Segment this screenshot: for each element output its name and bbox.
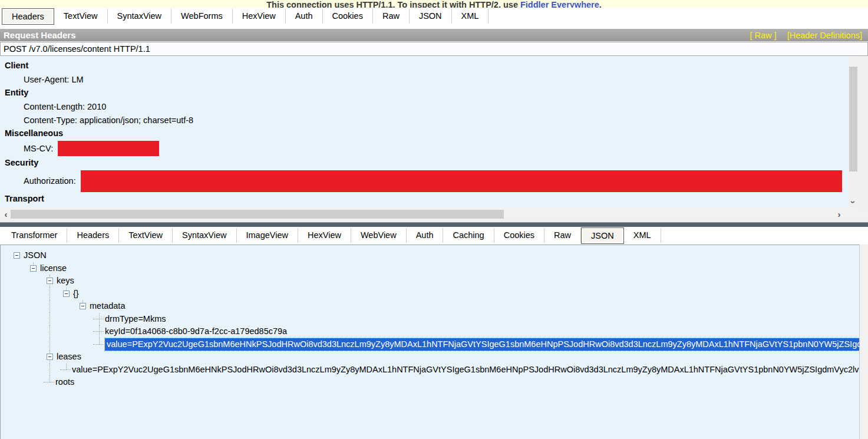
request-tab-raw[interactable]: Raw bbox=[373, 9, 410, 24]
chevron-down-icon[interactable]: › bbox=[849, 197, 858, 207]
request-inspector-tabstrip: HeadersTextViewSyntaxViewWebFormsHexView… bbox=[0, 8, 868, 29]
tree-node-label[interactable]: JSON bbox=[24, 249, 47, 262]
header-entry: Content-Type: application/json; charset=… bbox=[0, 113, 848, 127]
tree-node-label[interactable]: keys bbox=[57, 275, 74, 288]
request-tab-headers[interactable]: Headers bbox=[2, 8, 54, 25]
http-version-notice-text: This connection uses HTTP/1.1. To inspec… bbox=[266, 0, 602, 8]
collapse-minus-icon[interactable] bbox=[14, 252, 20, 259]
tree-row-keys[interactable]: keys bbox=[1, 275, 859, 288]
headers-vertical-scrollbar[interactable]: › bbox=[848, 56, 859, 208]
tree-node-label[interactable]: drmType=Mkms bbox=[105, 313, 166, 326]
request-tab-webforms[interactable]: WebForms bbox=[171, 9, 233, 24]
request-tab-textview[interactable]: TextView bbox=[54, 9, 108, 24]
headers-horizontal-scrollbar[interactable]: ‹ › bbox=[0, 208, 868, 220]
collapse-minus-icon[interactable] bbox=[80, 303, 86, 309]
request-tab-json[interactable]: JSON bbox=[410, 9, 452, 24]
notice-prefix: This connection uses HTTP/1.1. To inspec… bbox=[266, 0, 520, 8]
header-group-client: Client bbox=[0, 59, 848, 72]
tree-row-metadata[interactable]: metadata bbox=[1, 300, 859, 313]
response-tab-imageview[interactable]: ImageView bbox=[237, 228, 298, 243]
vertical-scrollbar-thumb[interactable] bbox=[849, 67, 857, 171]
horizontal-scrollbar-thumb[interactable] bbox=[11, 210, 504, 219]
header-group-security: Security bbox=[0, 156, 848, 170]
response-tab-webview[interactable]: WebView bbox=[351, 228, 407, 243]
tree-row-roots[interactable]: roots bbox=[1, 376, 859, 389]
request-headers-title: Request Headers bbox=[0, 30, 76, 40]
header-group-entity: Entity bbox=[0, 86, 848, 100]
tree-node-label[interactable]: {} bbox=[73, 288, 79, 301]
chevron-right-icon[interactable]: › bbox=[834, 210, 844, 219]
response-tab-caching[interactable]: Caching bbox=[443, 228, 494, 243]
fiddler-inspector-window: This connection uses HTTP/1.1. To inspec… bbox=[0, 0, 868, 439]
tree-node-label[interactable]: value=PExpY2Vuc2UgeG1sbnM6eHNkPSJodHRwOi… bbox=[72, 364, 859, 377]
header-group-miscellaneous: Miscellaneous bbox=[0, 127, 848, 140]
tree-row-license[interactable]: license bbox=[1, 262, 859, 275]
response-inspector-tabstrip: TransformerHeadersTextViewSyntaxViewImag… bbox=[0, 227, 868, 245]
tree-leaf-connector bbox=[93, 331, 104, 332]
tree-node-label[interactable]: leases bbox=[57, 351, 81, 364]
header-entry-text: Content-Type: application/json; charset=… bbox=[24, 115, 193, 125]
tree-guide-line bbox=[49, 364, 50, 377]
tree-row-value[interactable]: value=PExpY2Vuc2UgeG1sbnM6eHNkPSJodHRwOi… bbox=[1, 364, 859, 377]
header-entry-text: Content-Length: 2010 bbox=[24, 102, 106, 111]
redacted-value-block bbox=[81, 170, 842, 192]
response-tab-json[interactable]: JSON bbox=[581, 227, 624, 244]
request-tab-auth[interactable]: Auth bbox=[286, 9, 323, 24]
tree-node-label[interactable]: keyId=0f1a4068-c8b0-9d7a-f2cc-a179ed85c7… bbox=[105, 325, 287, 338]
chevron-left-icon[interactable]: ‹ bbox=[1, 210, 11, 219]
tree-node-label[interactable]: roots bbox=[55, 376, 74, 389]
request-tab-cookies[interactable]: Cookies bbox=[323, 9, 373, 24]
tree-guide-line bbox=[49, 325, 50, 338]
tree-node-label[interactable]: license bbox=[40, 262, 67, 275]
response-tab-transformer[interactable]: Transformer bbox=[2, 228, 67, 243]
header-entry: User-Agent: LM bbox=[0, 72, 848, 86]
tree-leaf-connector bbox=[44, 382, 54, 382]
request-tab-hexview[interactable]: HexView bbox=[233, 9, 286, 24]
response-tab-hexview[interactable]: HexView bbox=[298, 228, 351, 243]
tree-guide-line bbox=[49, 313, 50, 326]
tree-node-label[interactable]: metadata bbox=[90, 300, 125, 313]
tree-row-keyid[interactable]: keyId=0f1a4068-c8b0-9d7a-f2cc-a179ed85c7… bbox=[1, 325, 859, 338]
response-tab-syntaxview[interactable]: SyntaxView bbox=[173, 228, 237, 243]
response-tab-raw[interactable]: Raw bbox=[544, 228, 581, 243]
tree-leaf-connector bbox=[93, 319, 104, 319]
tree-leaf-connector bbox=[93, 344, 104, 345]
request-headers-actions: [ Raw ] [Header Definitions] bbox=[750, 31, 868, 40]
tree-right-margin-strip bbox=[859, 245, 868, 439]
tree-row-leases[interactable]: leases bbox=[1, 351, 859, 364]
request-headers-panel: ClientUser-Agent: LMEntityContent-Length… bbox=[0, 56, 848, 208]
tree-row-json[interactable]: JSON bbox=[1, 249, 859, 262]
notice-suffix: . bbox=[599, 0, 602, 8]
response-tab-cookies[interactable]: Cookies bbox=[494, 228, 544, 243]
tree-node-label-selected[interactable]: value=PExpY2Vuc2UgeG1sbnM6eHNkPSJodHRwOi… bbox=[105, 338, 859, 351]
redacted-value-block bbox=[58, 141, 159, 156]
request-tab-xml[interactable]: XML bbox=[452, 9, 489, 24]
tree-row-drmtype[interactable]: drmType=Mkms bbox=[1, 313, 859, 326]
json-tree-panel: JSONlicensekeys{}metadatadrmType=Mkmskey… bbox=[0, 245, 859, 439]
tree-guide-line bbox=[49, 300, 50, 313]
collapse-minus-icon[interactable] bbox=[63, 291, 70, 297]
tree-leaf-connector bbox=[60, 369, 71, 370]
tree-row-{}[interactable]: {} bbox=[1, 288, 859, 301]
response-tab-headers[interactable]: Headers bbox=[67, 228, 119, 243]
response-tab-auth[interactable]: Auth bbox=[407, 228, 444, 243]
request-tab-syntaxview[interactable]: SyntaxView bbox=[108, 9, 172, 24]
header-definitions-action-link[interactable]: [Header Definitions] bbox=[787, 31, 862, 40]
tree-row-value[interactable]: value=PExpY2Vuc2UgeG1sbnM6eHNkPSJodHRwOi… bbox=[1, 338, 859, 351]
collapse-minus-icon[interactable] bbox=[47, 278, 53, 284]
tree-guide-line bbox=[49, 338, 50, 351]
response-tab-textview[interactable]: TextView bbox=[119, 228, 173, 243]
tree-guide-line bbox=[49, 288, 50, 301]
collapse-minus-icon[interactable] bbox=[47, 354, 53, 360]
request-line[interactable]: POST /v7.0/licenses/content HTTP/1.1 bbox=[0, 42, 868, 56]
collapse-minus-icon[interactable] bbox=[30, 265, 37, 272]
header-entry: Content-Length: 2010 bbox=[0, 100, 848, 113]
fiddler-everywhere-link[interactable]: Fiddler Everywhere bbox=[520, 0, 599, 8]
header-entry: MS-CV: bbox=[0, 140, 848, 156]
panel-splitter[interactable] bbox=[0, 222, 868, 227]
header-entry-text: Authorization: bbox=[24, 176, 76, 186]
raw-action-link[interactable]: [ Raw ] bbox=[750, 31, 777, 40]
header-entry: Authorization: bbox=[0, 170, 848, 192]
response-tab-xml[interactable]: XML bbox=[624, 228, 661, 243]
header-entry-text: MS-CV: bbox=[24, 144, 53, 153]
